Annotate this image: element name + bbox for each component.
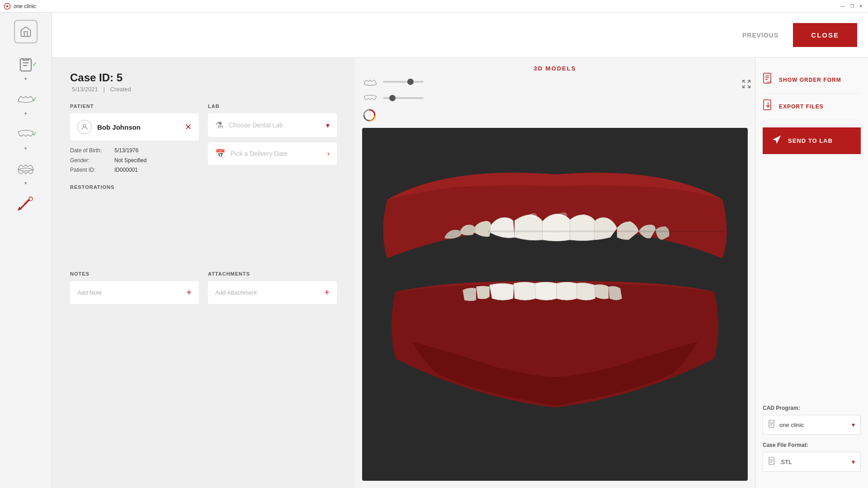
lower-slider[interactable] [383,97,424,99]
lab-placeholder: Choose Dental Lab [229,122,283,129]
notes-check: ✓ [32,61,38,68]
sidebar-item-notes[interactable]: ✓ [10,52,41,76]
lower-check: ✓ [32,130,38,137]
top-bar-actions: PREVIOUS CLOSE [733,23,857,47]
restorations-label: RESTORATIONS [70,184,337,190]
sidebar-item-lower-teeth[interactable]: ✓ [10,122,41,145]
doc-icon [769,420,776,428]
sidebar-item-full-teeth[interactable] [10,157,41,180]
lower-jaw-svg [363,93,378,103]
panels: Case ID: 5 5/13/2021 | Created PATIENT [52,58,868,488]
send-btn-label: SEND TO LAB [788,137,833,144]
model-controls [362,75,748,122]
lower-slider-thumb[interactable] [389,95,396,101]
restorations-section: RESTORATIONS [70,184,337,190]
teeth-3d-svg [362,128,748,481]
cad-chevron-icon: ▾ [852,421,855,428]
pdf-icon: PDF [763,72,774,85]
svg-text:PDF: PDF [767,81,772,84]
slider-row-2 [362,92,748,104]
file-format-value: .STL [779,459,792,465]
send-to-lab-button[interactable]: SEND TO LAB [763,127,861,154]
cad-section: CAD Program: one clinic ▾ [763,405,861,479]
home-icon [19,25,32,38]
cad-program-select[interactable]: one clinic ▾ [763,415,861,435]
color-icon[interactable] [362,108,377,122]
slider-row-1 [362,75,748,88]
send-icon [772,135,782,147]
show-order-form-button[interactable]: PDF SHOW ORDER FORM [763,67,861,94]
lab-chevron-icon: ▾ [326,121,330,130]
add-attachment-button[interactable]: Add Attachment + [208,281,337,304]
cad-select-left: one clinic [769,420,804,430]
sidebar-group-2: ✓ ▾ [0,87,52,120]
patient-remove-button[interactable]: ✕ [185,122,192,132]
tools-icon [16,195,35,212]
add-note-button[interactable]: Add Note + [70,281,199,304]
gender-value: Not Specified [114,156,146,166]
previous-button[interactable]: PREVIOUS [733,27,788,43]
case-id: Case ID: 5 [70,71,337,84]
file-format-label: Case File Format: [763,442,861,448]
app-title: one clinic [14,3,36,9]
dob-label: Date of Birth: [70,146,111,156]
svg-rect-10 [764,100,771,110]
expand-button[interactable] [741,79,751,89]
restore-button[interactable]: ❐ [848,3,855,10]
left-panel: Case ID: 5 5/13/2021 | Created PATIENT [52,58,355,488]
patient-details: Date of Birth: 5/13/1976 Gender: Not Spe… [70,146,199,175]
sidebar-group-1: ✓ ▾ [0,52,52,85]
delivery-date-button[interactable]: 📅 Pick a Delivery Date › [208,142,337,165]
add-attachment-plus[interactable]: + [324,287,330,298]
svg-point-4 [29,197,33,201]
lab-icon: ⚗ [215,120,223,131]
app-body: ✓ ▾ ✓ ▾ ✓ ▾ [0,13,868,488]
case-status: Created [110,86,131,93]
patient-avatar [77,120,92,134]
right-panel: PDF SHOW ORDER FORM EXPORT FILES [755,58,868,488]
file-format-select[interactable]: .STL ▾ [763,452,861,472]
app-logo-icon [4,3,11,10]
file-format-left: .STL [769,457,792,467]
stl-file-icon [769,457,776,467]
upper-jaw-svg [363,76,378,87]
cad-value: one clinic [779,422,804,428]
minimize-button[interactable]: — [839,3,846,10]
patient-lab-row: PATIENT Bob Johnson [70,103,337,175]
delivery-placeholder: Pick a Delivery Date [231,150,288,157]
sidebar-group-3: ✓ ▾ [0,122,52,155]
teeth-3d-viewer[interactable] [362,128,748,481]
add-note-plus[interactable]: + [186,287,192,298]
close-button[interactable]: CLOSE [793,23,857,47]
lower-jaw-icon [362,92,378,104]
window-controls: — ❐ ✕ [839,3,864,10]
export-label: EXPORT FILES [779,103,824,110]
full-teeth-icon [16,160,35,177]
expand-icon [741,79,751,89]
show-order-label: SHOW ORDER FORM [779,77,841,83]
export-files-button[interactable]: EXPORT FILES [763,94,861,120]
sidebar-home-button[interactable] [14,20,38,43]
patient-card-left: Bob Johnson [77,120,141,134]
sidebar-chevron-1[interactable]: ▾ [24,76,27,82]
sidebar-chevron-4[interactable]: ▾ [24,180,27,186]
sidebar-item-upper-teeth[interactable]: ✓ [10,87,41,111]
attachments-label: ATTACHMENTS [208,271,337,277]
gender-label: Gender: [70,156,111,166]
case-meta: 5/13/2021 | Created [70,86,337,93]
choose-lab-button[interactable]: ⚗ Choose Dental Lab ▾ [208,113,337,137]
delivery-arrow-icon: › [327,150,330,158]
window-close-button[interactable]: ✕ [857,3,864,10]
sidebar-item-tools[interactable] [10,192,41,215]
notes-label: NOTES [70,271,199,277]
sidebar-chevron-3[interactable]: ▾ [24,145,27,151]
sidebar-chevron-2[interactable]: ▾ [24,111,27,117]
patient-id-label: Patient ID: [70,165,111,175]
patient-section: PATIENT Bob Johnson [70,103,199,175]
upper-slider-thumb[interactable] [407,79,414,85]
case-date: 5/13/2021 [72,86,98,93]
upper-slider[interactable] [383,81,424,83]
lab-card-left: ⚗ Choose Dental Lab [215,120,283,131]
lab-section: LAB ⚗ Choose Dental Lab ▾ 📅 Pick a De [208,103,337,175]
file-icon [769,420,776,430]
